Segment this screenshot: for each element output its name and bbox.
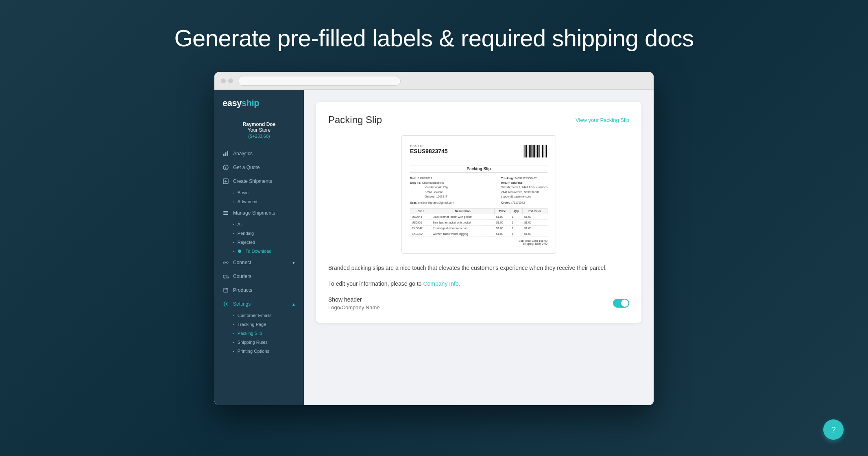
svg-rect-26 [530,145,531,158]
svg-point-11 [238,250,241,253]
toggle-knob [621,300,628,307]
svg-rect-30 [536,145,536,158]
sidebar-user-balance: ($+233.60) [222,134,296,139]
sidebar-item-connect[interactable]: Connect ▼ [214,256,304,269]
sidebar-item-create-shipments[interactable]: Create Shipments [214,174,304,188]
slip-totals: Sub Total: EUR 166.00 Shipping: EUR 0.00 [410,239,547,245]
company-info-link[interactable]: Company Info. [423,280,460,287]
edit-info-text: To edit your information, please go to C… [328,279,629,288]
slip-table-sku-header: SKU [410,208,431,214]
manage-icon [222,210,229,216]
svg-rect-0 [223,154,225,156]
svg-rect-22 [525,145,526,158]
svg-point-12 [223,262,225,263]
hero-title: Generate pre-filled labels & required sh… [174,24,694,52]
svg-rect-9 [223,213,228,213]
settings-icon [222,301,229,307]
sidebar-logo: easyship [214,98,304,117]
analytics-label: Analytics [233,151,253,156]
browser-dot-yellow [228,78,233,83]
sidebar-item-products[interactable]: Products [214,283,304,297]
sidebar-item-settings[interactable]: Settings ▲ [214,297,304,311]
sidebar-item-couriers[interactable]: Couriers [214,269,304,283]
sidebar-sub-basic[interactable]: Basic [214,188,304,197]
svg-rect-29 [534,145,535,158]
main-content: Packing Slip View your Packing Slip EASY… [304,90,654,405]
quote-icon: $ [222,164,229,171]
table-row: EKG382 Women black winter legging $1.00 … [410,231,547,237]
sidebar-sub-all[interactable]: All [214,220,304,229]
create-shipments-label: Create Shipments [233,178,272,184]
slip-left-col: Date: 11/28/2017 Ship To: Cristina Bless… [410,176,454,205]
packing-slip-card: Packing Slip View your Packing Slip EASY… [316,102,641,323]
sidebar: easyship Raymond Doe Your Store ($+233.6… [214,90,304,405]
sidebar-item-get-a-quote[interactable]: $ Get a Quote [214,161,304,174]
svg-point-19 [225,303,227,305]
svg-rect-1 [225,152,227,156]
products-label: Products [233,287,252,293]
sidebar-user-store: Your Store [222,127,296,133]
sidebar-sub-shipping-rules[interactable]: Shipping Rules [214,338,304,347]
sidebar-sub-customer-emails[interactable]: Customer Emails [214,311,304,320]
browser-url-bar [238,76,401,86]
sidebar-sub-pending[interactable]: Pending [214,229,304,238]
connect-chevron: ▼ [292,261,296,265]
sidebar-sub-rejected[interactable]: Rejected [214,238,304,247]
svg-rect-21 [524,145,525,158]
chart-icon [222,150,229,157]
svg-text:$: $ [225,166,227,169]
svg-point-16 [224,278,225,278]
description-text: Branded packing slips are a nice touch t… [328,263,629,272]
products-icon [222,287,229,293]
svg-rect-34 [541,145,541,158]
show-header-row: Show header Logo/Company Name [328,296,629,311]
browser-dot-red [221,78,226,83]
svg-rect-15 [223,275,227,278]
slip-table-desc-header: Description [431,208,494,214]
slip-table: SKU Description Price Qty Ext. Price US0… [410,208,547,237]
barcode [523,144,547,160]
show-header-label: Show header [328,296,379,303]
sidebar-user-name: Raymond Doe [222,122,296,127]
sidebar-item-manage-shipments[interactable]: Manage Shipments [214,206,304,220]
show-header-toggle[interactable] [613,299,629,308]
packing-slip-title: Packing Slip [328,114,382,126]
sidebar-sub-to-download[interactable]: To Download [214,247,304,256]
get-a-quote-label: Get a Quote [233,165,260,170]
help-button[interactable]: ? [823,419,844,440]
settings-chevron: ▲ [292,302,296,306]
table-row: US0951 Blue leather jacket with pocket $… [410,220,547,226]
svg-rect-38 [546,145,547,158]
svg-rect-31 [537,145,538,158]
browser-window: easyship Raymond Doe Your Store ($+233.6… [214,72,654,405]
svg-rect-32 [539,145,539,158]
connect-label: Connect [233,260,251,265]
table-row: US0944 Black leather jacket with pocket … [410,214,547,220]
view-packing-slip-link[interactable]: View your Packing Slip [576,117,629,123]
svg-rect-10 [223,214,228,215]
table-row: EKG342 Rusted gold women earring $1.00 1… [410,226,547,231]
svg-rect-25 [529,145,530,158]
slip-table-price-header: Price [495,208,510,214]
sidebar-sub-packing-slip[interactable]: Packing Slip [214,329,304,338]
browser-content: easyship Raymond Doe Your Store ($+233.6… [214,90,654,405]
connect-icon [222,259,229,266]
couriers-icon [222,273,229,280]
svg-rect-27 [532,145,533,158]
sidebar-user: Raymond Doe Your Store ($+233.60) [214,117,304,143]
slip-id: ESUS9823745 [410,148,448,154]
sidebar-sub-printing-options[interactable]: Printing Options [214,347,304,356]
packing-slip-card-header: Packing Slip View your Packing Slip [328,114,629,126]
sidebar-item-analytics[interactable]: Analytics [214,147,304,161]
manage-shipments-label: Manage Shipments [233,210,275,216]
sidebar-sub-tracking-page[interactable]: Tracking Page [214,320,304,329]
sidebar-sub-advanced[interactable]: Advanced [214,197,304,206]
logo-company-label: Logo/Company Name [328,304,379,311]
couriers-label: Couriers [233,274,251,279]
svg-rect-8 [223,211,228,212]
slip-right-col: Tracking: 34997522908402 Return Address:… [501,176,547,205]
slip-table-ext-header: Ext. Price [523,208,547,214]
svg-rect-2 [227,151,228,156]
slip-preview: EASYID ESUS9823745 [401,135,556,254]
settings-label: Settings [233,301,251,307]
